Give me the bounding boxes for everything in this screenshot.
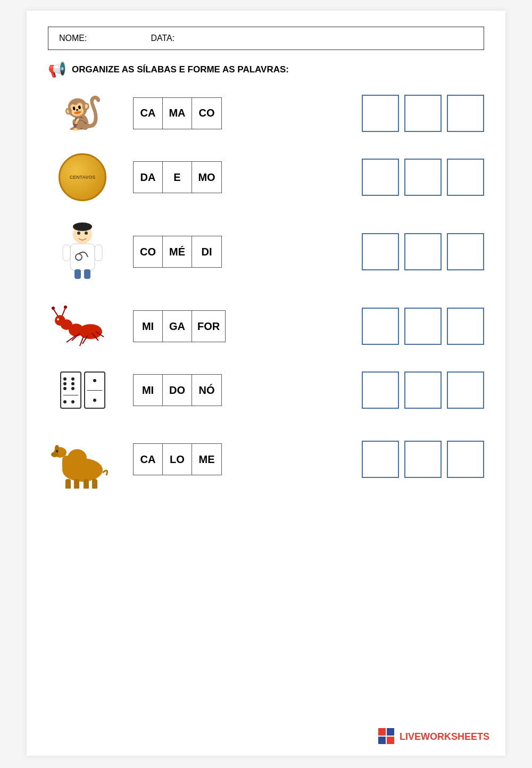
nome-label: NOME:: [59, 34, 87, 43]
svg-rect-6: [74, 269, 81, 279]
svg-rect-7: [84, 269, 90, 279]
answer-box-2-1[interactable]: [362, 159, 399, 196]
syllable-box-6: CA LO ME: [133, 443, 222, 475]
syllable-6-1[interactable]: CA: [134, 444, 163, 475]
megaphone-icon: 📢: [48, 61, 66, 78]
syllable-box-4: MI GA FOR: [133, 310, 226, 342]
answer-box-1-3[interactable]: [447, 95, 484, 132]
svg-rect-9: [95, 245, 102, 261]
svg-rect-34: [84, 479, 89, 489]
exercise-row-6: CA LO ME: [48, 430, 484, 489]
answer-box-5-3[interactable]: [447, 371, 484, 409]
svg-point-17: [64, 305, 67, 309]
svg-rect-32: [65, 479, 71, 489]
answer-box-5-1[interactable]: [362, 371, 399, 409]
syllable-3-1[interactable]: CO: [134, 236, 163, 267]
syllable-2-3[interactable]: MO: [192, 162, 221, 193]
syllable-6-2[interactable]: LO: [163, 444, 192, 475]
logo-icon: [378, 728, 395, 745]
syllable-3-2[interactable]: MÉ: [163, 236, 192, 267]
syllable-4-1[interactable]: MI: [134, 311, 163, 342]
syllable-box-3: CO MÉ DI: [133, 236, 222, 268]
syllable-4-2[interactable]: GA: [163, 311, 192, 342]
svg-point-16: [52, 307, 55, 310]
svg-rect-39: [387, 737, 394, 744]
answer-box-2-3[interactable]: [447, 159, 484, 196]
domino-1: [60, 371, 81, 409]
data-label: DATA:: [151, 34, 174, 43]
doctor-svg: [59, 222, 106, 281]
svg-line-22: [80, 336, 84, 346]
syllable-5-1[interactable]: MI: [134, 375, 163, 406]
syllable-3-3[interactable]: DI: [192, 236, 221, 267]
syllable-2-1[interactable]: DA: [134, 162, 163, 193]
image-monkey: 🐒: [48, 94, 117, 132]
worksheet-page: NOME: DATA: 📢 ORGANIZE AS SÍLABAS E FORM…: [27, 11, 505, 756]
answer-box-4-2[interactable]: [404, 308, 442, 345]
exercise-row-1: 🐒 CA MA CO: [48, 94, 484, 132]
answer-boxes-4: [362, 308, 484, 345]
answer-boxes-5: [362, 371, 484, 409]
image-camel: [48, 430, 117, 489]
answer-box-1-2[interactable]: [404, 95, 442, 132]
syllable-4-3[interactable]: FOR: [192, 311, 225, 342]
instruction-text: ORGANIZE AS SÍLABAS E FORME AS PALAVRAS:: [72, 64, 289, 75]
syllable-5-3[interactable]: NÓ: [192, 375, 221, 406]
answer-box-3-3[interactable]: [447, 233, 484, 270]
exercise-row-5: MI DO NÓ: [48, 371, 484, 409]
syllable-box-1: CA MA CO: [133, 97, 222, 129]
syllable-1-1[interactable]: CA: [134, 98, 163, 129]
logo-badge: [378, 728, 395, 745]
ant-svg: [51, 302, 114, 350]
svg-line-14: [53, 309, 58, 316]
answer-box-4-3[interactable]: [447, 308, 484, 345]
camel-svg: [51, 430, 114, 489]
image-doctor: [48, 222, 117, 281]
answer-box-6-3[interactable]: [447, 441, 484, 478]
answer-box-3-1[interactable]: [362, 233, 399, 270]
coin-visual: CENTAVOS: [59, 153, 106, 201]
syllable-1-2[interactable]: MA: [163, 98, 192, 129]
answer-box-3-2[interactable]: [404, 233, 442, 270]
svg-line-15: [62, 308, 65, 316]
svg-line-19: [66, 335, 76, 342]
header-box: NOME: DATA:: [48, 27, 484, 50]
syllable-box-5: MI DO NÓ: [133, 374, 222, 406]
image-ant: [48, 302, 117, 350]
answer-box-6-2[interactable]: [404, 441, 442, 478]
exercise-row-3: CO MÉ DI: [48, 222, 484, 281]
answer-box-2-2[interactable]: [404, 159, 442, 196]
exercise-row-4: MI GA FOR: [48, 302, 484, 350]
answer-boxes-3: [362, 233, 484, 270]
svg-rect-37: [387, 728, 394, 736]
svg-point-24: [57, 318, 59, 320]
svg-rect-8: [63, 245, 70, 261]
syllable-5-2[interactable]: DO: [163, 375, 192, 406]
exercise-row-2: CENTAVOS DA E MO: [48, 153, 484, 201]
svg-point-1: [73, 222, 92, 231]
logo-live: LIVE: [400, 731, 421, 742]
answer-box-1-1[interactable]: [362, 95, 399, 132]
syllable-box-2: DA E MO: [133, 161, 222, 193]
svg-rect-35: [92, 479, 97, 489]
answer-boxes-1: [362, 95, 484, 132]
syllable-1-3[interactable]: CO: [192, 98, 221, 129]
domino-2: [84, 371, 105, 409]
logo-worksheets: WORKSHEETS: [421, 731, 489, 742]
svg-point-5: [85, 232, 88, 235]
svg-point-4: [77, 232, 80, 235]
image-domino: [48, 371, 117, 409]
liveworksheets-logo: LIVEWORKSHEETS: [378, 728, 489, 745]
answer-box-4-1[interactable]: [362, 308, 399, 345]
instruction-row: 📢 ORGANIZE AS SÍLABAS E FORME AS PALAVRA…: [48, 61, 484, 78]
svg-rect-27: [62, 456, 71, 472]
svg-point-31: [51, 452, 59, 457]
answer-boxes-6: [362, 441, 484, 478]
syllable-6-3[interactable]: ME: [192, 444, 221, 475]
svg-rect-36: [378, 728, 386, 736]
image-coin: CENTAVOS: [48, 153, 117, 201]
syllable-2-2[interactable]: E: [163, 162, 192, 193]
answer-box-6-1[interactable]: [362, 441, 399, 478]
answer-box-5-2[interactable]: [404, 371, 442, 409]
answer-boxes-2: [362, 159, 484, 196]
